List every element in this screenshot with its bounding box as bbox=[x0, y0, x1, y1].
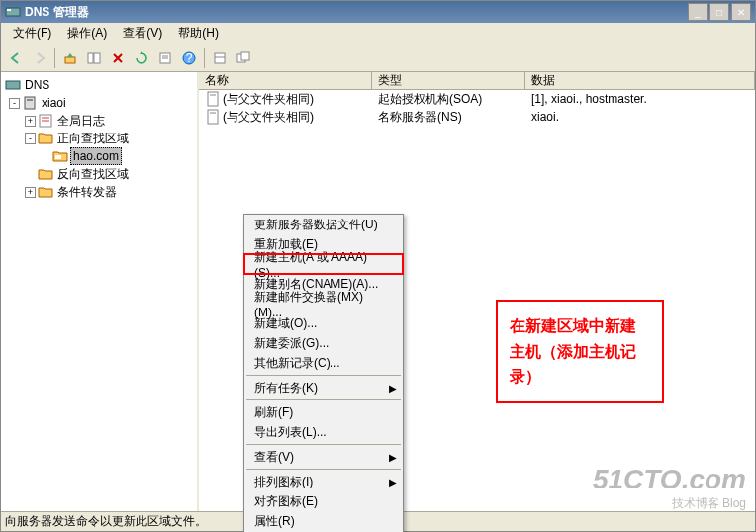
svg-text:?: ? bbox=[186, 51, 193, 65]
svg-rect-2 bbox=[65, 57, 75, 63]
cm-other-new[interactable]: 其他新记录(C)... bbox=[244, 353, 403, 373]
show-hide-tree-button[interactable] bbox=[83, 47, 105, 69]
annotation-box: 在新建区域中新建主机（添加主机记录） bbox=[496, 300, 664, 403]
menu-action[interactable]: 操作(A) bbox=[59, 23, 115, 44]
svg-rect-20 bbox=[55, 155, 61, 159]
tree-pane[interactable]: DNS - xiaoi + 全局日志 - 正向查找区域 hao.com bbox=[1, 72, 199, 511]
help-button[interactable]: ? bbox=[178, 47, 200, 69]
menu-separator bbox=[246, 469, 401, 470]
window-title: DNS 管理器 bbox=[25, 4, 688, 21]
menubar: 文件(F) 操作(A) 查看(V) 帮助(H) bbox=[1, 23, 755, 44]
list-row[interactable]: (与父文件夹相同) 名称服务器(NS) xiaoi. bbox=[199, 108, 755, 126]
context-menu: 更新服务器数据文件(U) 重新加载(E) 新建主机(A 或 AAAA)(S)..… bbox=[243, 214, 404, 532]
cm-arrange-icons[interactable]: 排列图标(I)▶ bbox=[244, 472, 403, 491]
submenu-arrow-icon: ▶ bbox=[389, 452, 397, 463]
menu-file[interactable]: 文件(F) bbox=[5, 23, 59, 44]
expand-icon[interactable]: + bbox=[25, 187, 36, 198]
minimize-button[interactable]: _ bbox=[688, 3, 708, 21]
folder-icon bbox=[38, 131, 53, 146]
folder-icon bbox=[38, 184, 53, 200]
svg-rect-16 bbox=[27, 99, 33, 101]
submenu-arrow-icon: ▶ bbox=[389, 383, 397, 394]
collapse-icon[interactable]: - bbox=[9, 98, 20, 109]
svg-rect-23 bbox=[208, 110, 218, 124]
server-icon bbox=[22, 95, 38, 111]
status-text: 向服务器发送命令以更新此区域文件。 bbox=[5, 513, 207, 530]
submenu-arrow-icon: ▶ bbox=[389, 477, 397, 488]
body-area: DNS - xiaoi + 全局日志 - 正向查找区域 hao.com bbox=[1, 72, 755, 511]
cm-new-mx[interactable]: 新建邮件交换器(MX)(M)... bbox=[244, 294, 403, 313]
svg-rect-4 bbox=[94, 53, 100, 63]
forward-button[interactable] bbox=[29, 47, 50, 69]
cm-new-host[interactable]: 新建主机(A 或 AAAA)(S)... bbox=[244, 254, 403, 274]
maximize-button[interactable]: □ bbox=[709, 3, 729, 21]
menu-separator bbox=[246, 375, 401, 376]
cm-export-list[interactable]: 导出列表(L)... bbox=[244, 422, 403, 442]
record-icon bbox=[205, 91, 221, 107]
expand-icon[interactable]: + bbox=[25, 116, 36, 127]
cm-refresh[interactable]: 刷新(F) bbox=[244, 402, 403, 422]
delete-button[interactable] bbox=[107, 47, 129, 69]
svg-rect-21 bbox=[208, 92, 218, 106]
back-button[interactable] bbox=[5, 47, 27, 69]
dns-icon bbox=[5, 77, 21, 93]
list-row[interactable]: (与父文件夹相同) 起始授权机构(SOA) [1], xiaoi., hostm… bbox=[199, 90, 755, 108]
record-icon bbox=[205, 109, 221, 125]
list-header: 名称 类型 数据 bbox=[199, 72, 755, 90]
app-icon bbox=[5, 4, 21, 20]
cm-update-server[interactable]: 更新服务器数据文件(U) bbox=[244, 215, 403, 234]
cm-all-tasks[interactable]: 所有任务(K)▶ bbox=[244, 378, 403, 398]
find-button[interactable] bbox=[233, 47, 254, 69]
up-button[interactable] bbox=[59, 47, 81, 69]
svg-rect-14 bbox=[6, 81, 20, 89]
refresh-button[interactable] bbox=[131, 47, 152, 69]
cm-new-domain[interactable]: 新建域(O)... bbox=[244, 313, 403, 333]
cm-properties[interactable]: 属性(R) bbox=[244, 511, 403, 531]
filter-button[interactable] bbox=[209, 47, 231, 69]
tree-hao-com[interactable]: hao.com bbox=[1, 147, 197, 165]
log-icon bbox=[38, 113, 53, 129]
toolbar: ? bbox=[1, 44, 755, 72]
tree-reverse-zone[interactable]: 反向查找区域 bbox=[1, 165, 197, 183]
menu-separator bbox=[246, 444, 401, 445]
svg-rect-3 bbox=[88, 53, 93, 63]
cm-new-delegation[interactable]: 新建委派(G)... bbox=[244, 333, 403, 353]
tree-global-log[interactable]: + 全局日志 bbox=[1, 112, 197, 130]
tree-forward-zone[interactable]: - 正向查找区域 bbox=[1, 130, 197, 147]
close-button[interactable]: ✕ bbox=[731, 3, 751, 21]
cm-align-icons[interactable]: 对齐图标(E) bbox=[244, 491, 403, 511]
collapse-icon[interactable]: - bbox=[25, 133, 36, 144]
menu-help[interactable]: 帮助(H) bbox=[170, 23, 227, 44]
tree-root-dns[interactable]: DNS bbox=[1, 76, 197, 94]
menu-view[interactable]: 查看(V) bbox=[115, 23, 170, 44]
cm-view[interactable]: 查看(V)▶ bbox=[244, 447, 403, 467]
col-type[interactable]: 类型 bbox=[372, 72, 525, 89]
menu-separator bbox=[246, 399, 401, 400]
export-button[interactable] bbox=[154, 47, 176, 69]
folder-icon bbox=[38, 166, 53, 182]
svg-rect-1 bbox=[7, 9, 11, 11]
tree-server[interactable]: - xiaoi bbox=[1, 94, 197, 112]
col-name[interactable]: 名称 bbox=[199, 72, 372, 89]
svg-rect-15 bbox=[25, 97, 35, 109]
titlebar: DNS 管理器 _ □ ✕ bbox=[1, 1, 755, 23]
dns-manager-window: DNS 管理器 _ □ ✕ 文件(F) 操作(A) 查看(V) 帮助(H) ? bbox=[0, 0, 756, 532]
col-data[interactable]: 数据 bbox=[525, 72, 755, 89]
svg-rect-10 bbox=[215, 53, 225, 63]
svg-rect-13 bbox=[241, 52, 249, 60]
tree-conditional-forwarders[interactable]: + 条件转发器 bbox=[1, 183, 197, 201]
zone-icon bbox=[52, 148, 68, 164]
list-body: (与父文件夹相同) 起始授权机构(SOA) [1], xiaoi., hostm… bbox=[199, 90, 755, 126]
